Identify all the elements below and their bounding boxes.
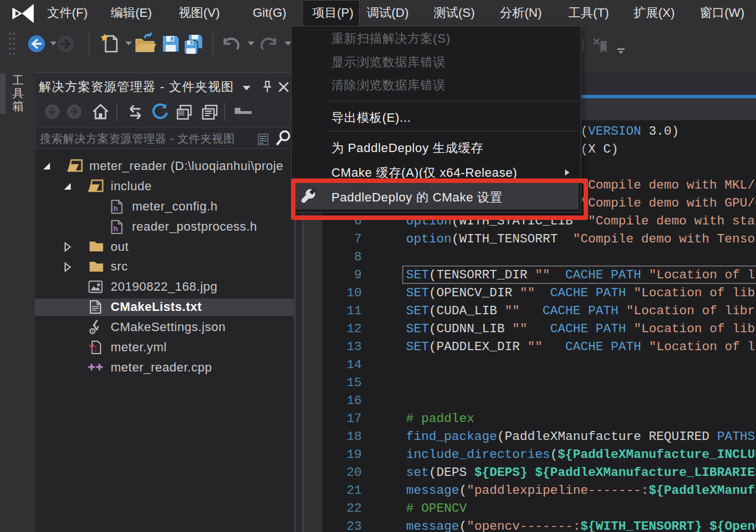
svg-text:h: h <box>113 224 118 233</box>
svg-text:h: h <box>113 204 118 213</box>
svg-text:Y:: Y: <box>89 343 97 353</box>
